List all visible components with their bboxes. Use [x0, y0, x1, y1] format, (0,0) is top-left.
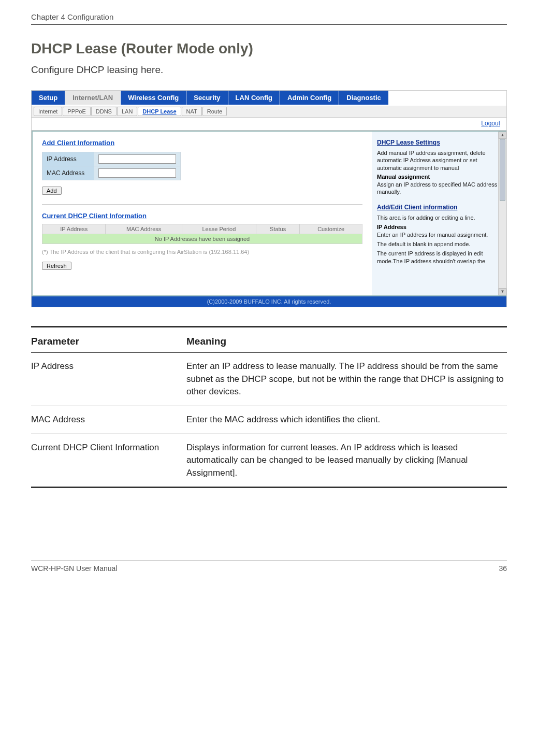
- help-p4: Enter an IP address for manual assignmen…: [377, 231, 500, 238]
- param-ip-address: IP Address: [31, 353, 186, 406]
- meaning-ip-address: Enter an IP address to lease manually. T…: [186, 353, 507, 406]
- tab-diagnostic[interactable]: Diagnostic: [339, 91, 388, 105]
- col-ip: IP Address: [42, 224, 106, 234]
- tab-admin-config[interactable]: Admin Config: [280, 91, 339, 105]
- help-sub1: Manual assignment: [377, 174, 500, 180]
- col-lease: Lease Period: [182, 224, 256, 234]
- divider: [42, 204, 362, 205]
- help-sub2: IP Address: [377, 224, 500, 230]
- col-customize: Customize: [300, 224, 362, 234]
- subtab-route[interactable]: Route: [202, 107, 227, 116]
- help-p3: This area is for adding or editing a lin…: [377, 214, 500, 221]
- tab-lan-config[interactable]: LAN Config: [228, 91, 280, 105]
- help-p1: Add manual IP address assignment, delete…: [377, 149, 500, 172]
- mac-address-input[interactable]: [98, 168, 176, 178]
- col-mac: MAC Address: [106, 224, 182, 234]
- add-client-heading: Add Client Information: [42, 139, 362, 147]
- subtab-internet[interactable]: Internet: [34, 107, 62, 116]
- col-status: Status: [256, 224, 300, 234]
- router-ui-screenshot: Setup Internet/LAN Wireless Config Secur…: [31, 90, 507, 307]
- ip-address-input[interactable]: [98, 154, 176, 164]
- help-heading-1: DHCP Lease Settings: [377, 139, 500, 146]
- section-title: DHCP Lease (Router Mode only): [31, 40, 507, 57]
- refresh-button[interactable]: Refresh: [42, 262, 71, 270]
- param-current-client-info: Current DHCP Client Information: [31, 434, 186, 488]
- scroll-up-icon[interactable]: ▲: [499, 132, 506, 139]
- param-mac-address: MAC Address: [31, 406, 186, 434]
- empty-row: No IP Addresses have been assigned: [42, 234, 362, 244]
- add-client-form: IP Address MAC Address: [42, 152, 181, 180]
- left-pane: Add Client Information IP Address MAC Ad…: [32, 131, 372, 296]
- tab-security[interactable]: Security: [186, 91, 228, 105]
- ip-address-label: IP Address: [42, 152, 94, 166]
- section-intro: Configure DHCP leasing here.: [31, 64, 507, 76]
- tab-setup[interactable]: Setup: [32, 91, 65, 105]
- parameter-table-wrap: Parameter Meaning IP Address Enter an IP…: [31, 326, 507, 488]
- meaning-mac-address: Enter the MAC address which identifies t…: [186, 406, 507, 434]
- scrollbar[interactable]: ▲ ▼: [498, 132, 506, 295]
- logout-row: Logout: [32, 118, 506, 130]
- subtab-pppoe[interactable]: PPPoE: [63, 107, 90, 116]
- tab-wireless-config[interactable]: Wireless Config: [121, 91, 186, 105]
- scroll-thumb[interactable]: [500, 139, 505, 201]
- help-heading-2: Add/Edit Client information: [377, 204, 500, 211]
- note-text: (*) The IP Address of the client that is…: [42, 248, 362, 255]
- subtab-ddns[interactable]: DDNS: [91, 107, 117, 116]
- sub-tabs: Internet PPPoE DDNS LAN DHCP Lease NAT R…: [32, 106, 506, 118]
- logout-link[interactable]: Logout: [481, 120, 500, 127]
- meaning-current-client-info: Displays information for current leases.…: [186, 434, 507, 488]
- help-p6: The current IP address is displayed in e…: [377, 250, 500, 265]
- scroll-down-icon[interactable]: ▼: [499, 288, 506, 295]
- add-button[interactable]: Add: [42, 187, 62, 195]
- copyright-footer: (C)2000-2009 BUFFALO INC. All rights res…: [32, 296, 506, 307]
- header-meaning: Meaning: [186, 331, 507, 353]
- help-pane: DHCP Lease Settings Add manual IP addres…: [372, 131, 506, 296]
- help-p2: Assign an IP address to specified MAC ad…: [377, 181, 500, 196]
- help-p5: The default is blank in append mode.: [377, 240, 500, 248]
- mac-address-label: MAC Address: [42, 166, 94, 180]
- doc-footer: WCR-HP-GN User Manual 36: [31, 561, 507, 573]
- header-parameter: Parameter: [31, 331, 186, 353]
- parameter-table: Parameter Meaning IP Address Enter an IP…: [31, 331, 507, 488]
- current-client-heading: Current DHCP Client Information: [42, 212, 362, 220]
- client-table: IP Address MAC Address Lease Period Stat…: [42, 224, 362, 244]
- subtab-lan[interactable]: LAN: [117, 107, 137, 116]
- page-number: 36: [499, 564, 507, 573]
- main-tabs: Setup Internet/LAN Wireless Config Secur…: [32, 91, 506, 106]
- tab-internet-lan[interactable]: Internet/LAN: [65, 91, 121, 105]
- subtab-dhcp-lease[interactable]: DHCP Lease: [138, 107, 181, 116]
- subtab-nat[interactable]: NAT: [182, 107, 202, 116]
- doc-footer-left: WCR-HP-GN User Manual: [31, 564, 117, 573]
- chapter-header: Chapter 4 Configuration: [31, 12, 507, 25]
